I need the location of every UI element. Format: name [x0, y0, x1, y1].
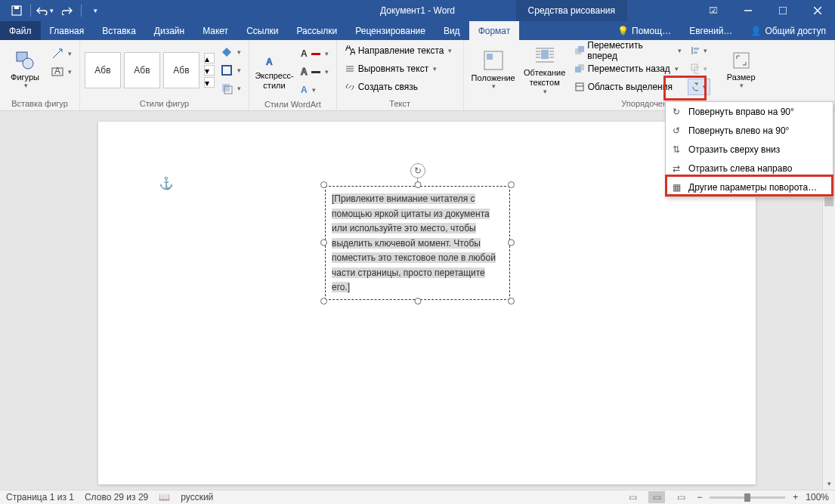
- position-button[interactable]: Положение▾: [469, 42, 518, 97]
- save-icon[interactable]: [8, 2, 26, 20]
- shape-style-1[interactable]: Абв: [85, 52, 121, 88]
- tell-me[interactable]: 💡 Помощ…: [608, 26, 680, 36]
- rotation-handle-icon[interactable]: ↻: [410, 163, 425, 178]
- rotate-button[interactable]: ▾: [688, 79, 710, 95]
- zoom-slider[interactable]: [710, 496, 785, 499]
- group-label-shape-styles: Стили фигур: [85, 97, 244, 110]
- shape-style-3[interactable]: Абв: [163, 52, 199, 88]
- svg-rect-1: [14, 6, 19, 9]
- align-text-button[interactable]: Выровнять текст▾: [342, 60, 459, 77]
- rotate-right-icon: ↻: [670, 106, 682, 118]
- tab-review[interactable]: Рецензирование: [346, 21, 435, 40]
- size-button[interactable]: Размер▾: [722, 42, 760, 97]
- more-rotation-options[interactable]: ▦Другие параметры поворота…: [666, 178, 833, 196]
- proofing-icon[interactable]: 📖: [159, 492, 170, 502]
- undo-button[interactable]: ▾: [36, 2, 54, 20]
- close-button[interactable]: [800, 0, 835, 21]
- ribbon: Фигуры ▾ ▾ A▾ Вставка фигур Абв Абв Абв …: [0, 40, 835, 111]
- bring-forward-button[interactable]: Переместить вперед▾: [571, 42, 685, 59]
- tab-file[interactable]: Файл: [0, 21, 41, 40]
- group-wordart: A Экспресс- стили A▾ A▾ A▾ Стили WordArt: [249, 40, 337, 110]
- tab-design[interactable]: Дизайн: [145, 21, 193, 40]
- send-backward-button[interactable]: Переместить назад▾: [571, 60, 685, 77]
- rotate-right-90[interactable]: ↻Повернуть вправо на 90°: [666, 102, 833, 121]
- word-count[interactable]: Слово 29 из 29: [85, 492, 148, 502]
- anchor-icon: ⚓: [159, 176, 174, 190]
- quick-styles-button[interactable]: A Экспресс- стили: [254, 42, 295, 97]
- bring-forward-label: Переместить вперед: [587, 40, 673, 61]
- tab-format[interactable]: Формат: [469, 21, 520, 40]
- language-indicator[interactable]: русский: [181, 492, 213, 502]
- minimize-button[interactable]: [731, 0, 765, 21]
- shape-style-2[interactable]: Абв: [124, 52, 160, 88]
- ribbon-options-icon[interactable]: [696, 0, 731, 21]
- tab-references[interactable]: Ссылки: [237, 21, 287, 40]
- page[interactable]: ⚓ ↻ [Привлеките внимание читателя с помо…: [98, 122, 756, 484]
- text-outline-icon[interactable]: A▾: [298, 63, 332, 80]
- scroll-down-icon[interactable]: ▾: [823, 478, 835, 490]
- page-indicator[interactable]: Страница 1 из 1: [6, 492, 74, 502]
- svg-rect-22: [541, 50, 549, 59]
- selection-pane-button[interactable]: Область выделения: [571, 79, 685, 95]
- flip-v-label: Отразить сверху вниз: [688, 144, 780, 155]
- send-backward-label: Переместить назад: [588, 63, 670, 74]
- web-layout-icon[interactable]: ▭: [673, 491, 689, 503]
- rotate-left-90[interactable]: ↺Повернуть влево на 90°: [666, 121, 833, 140]
- position-label: Положение: [472, 73, 515, 83]
- window-controls: [696, 0, 835, 21]
- quick-styles-label: Экспресс- стили: [255, 71, 293, 90]
- zoom-in-button[interactable]: +: [793, 492, 798, 502]
- rotate-menu: ↻Повернуть вправо на 90° ↺Повернуть влев…: [665, 101, 833, 197]
- styles-up[interactable]: ▴: [204, 53, 215, 63]
- svg-rect-35: [576, 83, 583, 91]
- share-button[interactable]: 👤 Общий доступ: [741, 26, 835, 36]
- text-effects-icon[interactable]: A▾: [298, 82, 332, 98]
- selection-pane-label: Область выделения: [588, 82, 673, 92]
- svg-rect-11: [222, 66, 231, 75]
- wrap-text-button[interactable]: Обтекание текстом▾: [521, 42, 568, 97]
- shape-effects-icon[interactable]: ▾: [218, 80, 244, 97]
- textbox-icon[interactable]: A▾: [48, 63, 75, 80]
- group-shape-styles: Абв Абв Абв ▴▾▾ ▾ ▾ ▾ Стили фигур: [80, 40, 249, 110]
- svg-text:A: A: [266, 57, 273, 67]
- tab-insert[interactable]: Вставка: [93, 21, 145, 40]
- flip-horizontal[interactable]: ⇄Отразить слева направо: [666, 159, 833, 178]
- group-button[interactable]: ▾: [688, 60, 710, 77]
- more-options-icon: ▦: [670, 181, 682, 193]
- qat-customize-icon[interactable]: ▾: [86, 2, 104, 20]
- tab-layout[interactable]: Макет: [193, 21, 237, 40]
- align-button[interactable]: ▾: [688, 42, 710, 59]
- shape-outline-icon[interactable]: ▾: [218, 62, 244, 79]
- status-bar: Страница 1 из 1 Слово 29 из 29 📖 русский…: [0, 490, 835, 504]
- textbox[interactable]: [Привлеките внимание читателя с помощью …: [325, 186, 510, 300]
- create-link-button[interactable]: Создать связь: [342, 79, 459, 95]
- shapes-button[interactable]: Фигуры ▾: [5, 42, 45, 97]
- zoom-out-button[interactable]: −: [697, 492, 702, 502]
- size-label: Размер: [727, 73, 756, 82]
- redo-button[interactable]: [58, 2, 76, 20]
- tab-home[interactable]: Главная: [41, 21, 94, 40]
- tab-mailings[interactable]: Рассылки: [287, 21, 346, 40]
- text-direction-label: Направление текста: [358, 45, 444, 56]
- edit-shape-icon[interactable]: ▾: [48, 45, 75, 62]
- window-title: Документ1 - Word: [380, 5, 455, 16]
- align-text-label: Выровнять текст: [358, 63, 428, 74]
- styles-more[interactable]: ▾: [204, 77, 215, 88]
- shape-fill-icon[interactable]: ▾: [218, 44, 244, 60]
- tab-view[interactable]: Вид: [435, 21, 469, 40]
- group-arrange: Положение▾ Обтекание текстом▾ Переместит…: [464, 40, 835, 110]
- print-layout-icon[interactable]: ▭: [648, 491, 665, 503]
- svg-rect-21: [487, 54, 493, 60]
- maximize-button[interactable]: [765, 0, 800, 21]
- rotate-left-icon: ↺: [670, 125, 682, 137]
- user-name[interactable]: Евгений…: [680, 26, 741, 36]
- text-direction-button[interactable]: AAНаправление текста▾: [342, 42, 459, 59]
- read-mode-icon[interactable]: ▭: [624, 491, 641, 503]
- text-fill-icon[interactable]: A▾: [298, 45, 332, 62]
- flip-vertical[interactable]: ⇅Отразить сверху вниз: [666, 140, 833, 159]
- textbox-selection[interactable]: ↻ [Привлеките внимание читателя с помощь…: [325, 186, 510, 300]
- zoom-level[interactable]: 100%: [806, 492, 829, 502]
- group-label-insert-shapes: Вставка фигур: [5, 97, 75, 110]
- styles-down[interactable]: ▾: [204, 65, 215, 76]
- svg-rect-42: [734, 53, 749, 68]
